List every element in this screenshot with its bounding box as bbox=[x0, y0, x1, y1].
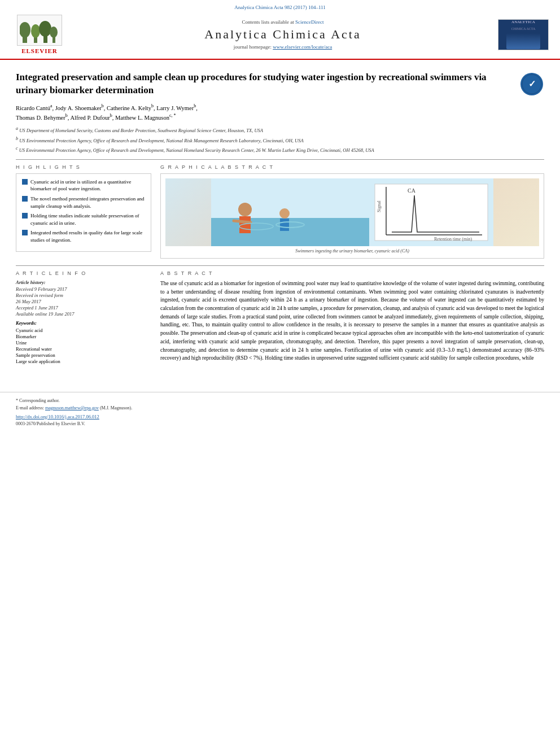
highlight-text-4: Integrated method results in quality dat… bbox=[30, 229, 145, 243]
bullet-icon-1 bbox=[22, 179, 28, 185]
author-cantu: Ricardo Cantú bbox=[16, 104, 50, 111]
affil-c: c US Environmental Protection Agency, Of… bbox=[16, 145, 544, 154]
affil-c-sup: c bbox=[16, 146, 18, 151]
revised-date: 26 May 2017 bbox=[16, 299, 151, 304]
contents-available-line: Contents lists available at ScienceDirec… bbox=[68, 19, 498, 25]
elsevier-logo-image bbox=[17, 15, 62, 46]
footer-doi: http://dx.doi.org/10.1016/j.aca.2017.06.… bbox=[16, 414, 544, 420]
keyword-6: Large scale application bbox=[16, 359, 151, 364]
article-title-section: Integrated preservation and sample clean… bbox=[16, 67, 544, 97]
journal-header: Analytica Chimica Acta 982 (2017) 104–11… bbox=[0, 0, 560, 60]
elsevier-logo: ELSEVIER bbox=[11, 15, 68, 54]
kelty-affil-sup: b bbox=[151, 103, 154, 108]
available-date: Available online 19 June 2017 bbox=[16, 311, 151, 317]
affil-a: a US Department of Homeland Security, Cu… bbox=[16, 125, 544, 134]
journal-homepage: journal homepage: www.elsevier.com/locat… bbox=[68, 44, 498, 50]
author-email-link[interactable]: magnuson.matthew@epa.gov bbox=[45, 405, 99, 410]
affil-c-text: US Environmental Protection Agency, Offi… bbox=[19, 147, 374, 152]
highlight-text-2: The novel method presented integrates pr… bbox=[30, 195, 145, 209]
graphical-abstract-box: CA Retention time (min) Signal Swimmers … bbox=[160, 173, 544, 259]
journal-reference: Analytica Chimica Acta 982 (2017) 104–11… bbox=[11, 5, 549, 10]
author-magnuson: Matthew L. Magnuson bbox=[115, 115, 169, 121]
article-info-column: A R T I C L E I N F O Article history: R… bbox=[16, 270, 151, 365]
journal-cover-image: ANALYTICA CHIMICA ACTA bbox=[498, 19, 549, 50]
article-body: Integrated preservation and sample clean… bbox=[0, 60, 560, 381]
doi-link[interactable]: http://dx.doi.org/10.1016/j.aca.2017.06.… bbox=[16, 414, 99, 420]
section-divider-2 bbox=[16, 265, 544, 266]
header-middle-row: ELSEVIER Contents lists available at Sci… bbox=[11, 12, 549, 56]
svg-text:Signal: Signal bbox=[377, 200, 382, 212]
contents-text: Contents lists available at bbox=[242, 19, 294, 25]
highlight-text-3: Holding time studies indicate suitable p… bbox=[30, 212, 145, 226]
revised-label: Received in revised form bbox=[16, 292, 151, 298]
svg-point-15 bbox=[279, 208, 290, 219]
svg-rect-16 bbox=[280, 219, 289, 231]
abstract-label: A B S T R A C T bbox=[160, 270, 544, 276]
highlights-label: H I G H L I G H T S bbox=[16, 164, 151, 170]
cantu-affil-sup: a bbox=[50, 103, 53, 108]
author-behymer: Thomas D. Behymer bbox=[16, 115, 65, 121]
highlights-ga-row: H I G H L I G H T S Cyanuric acid in uri… bbox=[16, 164, 544, 261]
bullet-icon-4 bbox=[22, 230, 28, 235]
crossmark-badge: ✓ bbox=[519, 71, 544, 97]
crossmark-icon: ✓ bbox=[520, 73, 543, 95]
affiliations-section: a US Department of Homeland Security, Cu… bbox=[16, 125, 544, 153]
author-wymer: Larry J. Wymer bbox=[156, 104, 194, 111]
page: Analytica Chimica Acta 982 (2017) 104–11… bbox=[0, 0, 560, 747]
journal-cover-content: ANALYTICA CHIMICA ACTA bbox=[504, 18, 542, 51]
journal-title: Analytica Chimica Acta bbox=[68, 27, 498, 42]
affil-b: b US Environmental Protection Agency, Of… bbox=[16, 136, 544, 144]
history-label: Article history: bbox=[16, 279, 151, 285]
keyword-2: Biomarker bbox=[16, 334, 151, 339]
highlights-column: H I G H L I G H T S Cyanuric acid in uri… bbox=[16, 164, 151, 261]
homepage-link[interactable]: www.elsevier.com/locate/aca bbox=[273, 44, 332, 50]
authors-section: Ricardo Cantúa, Jody A. Shoemakerb, Cath… bbox=[16, 103, 544, 123]
shoemaker-affil-sup: b bbox=[102, 103, 104, 108]
homepage-label: journal homepage: bbox=[234, 44, 272, 50]
sciencedirect-link[interactable]: ScienceDirect bbox=[295, 19, 323, 25]
highlights-box: Cyanuric acid in urine is utilized as a … bbox=[16, 173, 151, 252]
author-shoemaker: Jody A. Shoemaker bbox=[55, 104, 102, 111]
svg-point-5 bbox=[39, 21, 51, 37]
footer-issn: 0003-2670/Published by Elsevier B.V. bbox=[16, 421, 544, 426]
highlight-item-1: Cyanuric acid in urine is utilized as a … bbox=[22, 178, 145, 193]
author-kelty: Catherine A. Kelty bbox=[107, 104, 151, 111]
affil-a-text: US Department of Homeland Security, Cust… bbox=[19, 128, 263, 133]
keyword-4: Recreational water bbox=[16, 346, 151, 352]
article-title: Integrated preservation and sample clean… bbox=[16, 71, 519, 97]
corresponding-note: * Corresponding author. bbox=[16, 398, 544, 403]
svg-line-14 bbox=[234, 221, 251, 222]
ga-svg: CA Retention time (min) Signal bbox=[165, 178, 539, 246]
keyword-3: Urine bbox=[16, 340, 151, 346]
highlight-item-3: Holding time studies indicate suitable p… bbox=[22, 212, 145, 226]
affil-b-sup: b bbox=[16, 136, 18, 141]
behymer-affil-sup: b bbox=[65, 113, 68, 118]
elsevier-brand-label: ELSEVIER bbox=[21, 47, 58, 54]
dufour-affil-sup: b bbox=[110, 113, 112, 118]
elsevier-tree-icon bbox=[20, 18, 59, 43]
info-abstract-row: A R T I C L E I N F O Article history: R… bbox=[16, 270, 544, 365]
keywords-section: Keywords: Cyanuric acid Biomarker Urine … bbox=[16, 320, 151, 364]
keywords-label: Keywords: bbox=[16, 320, 151, 326]
svg-text:CA: CA bbox=[408, 187, 416, 194]
svg-point-1 bbox=[20, 22, 30, 38]
footer: * Corresponding author. E-mail address: … bbox=[0, 392, 560, 432]
journal-title-area: Contents lists available at ScienceDirec… bbox=[68, 19, 498, 50]
article-info-label: A R T I C L E I N F O bbox=[16, 270, 151, 276]
affil-b-text: US Environmental Protection Agency, Offi… bbox=[19, 137, 304, 143]
email-name-label: (M.J. Magnuson). bbox=[100, 405, 132, 410]
article-history: Article history: Received 9 February 201… bbox=[16, 279, 151, 317]
svg-point-7 bbox=[50, 27, 58, 38]
highlight-item-2: The novel method presented integrates pr… bbox=[22, 195, 145, 209]
svg-point-3 bbox=[31, 24, 40, 38]
section-divider-1 bbox=[16, 159, 544, 160]
keyword-1: Cyanuric acid bbox=[16, 327, 151, 333]
author-dufour: Alfred P. Dufour bbox=[70, 115, 110, 121]
bullet-icon-2 bbox=[22, 196, 28, 202]
svg-text:✓: ✓ bbox=[528, 79, 535, 89]
ga-image: CA Retention time (min) Signal bbox=[165, 178, 539, 246]
keyword-5: Sample preservation bbox=[16, 352, 151, 358]
bullet-icon-3 bbox=[22, 213, 28, 219]
graphical-abstract-column: G R A P H I C A L A B S T R A C T bbox=[160, 164, 544, 261]
highlight-text-1: Cyanuric acid in urine is utilized as a … bbox=[30, 178, 145, 193]
